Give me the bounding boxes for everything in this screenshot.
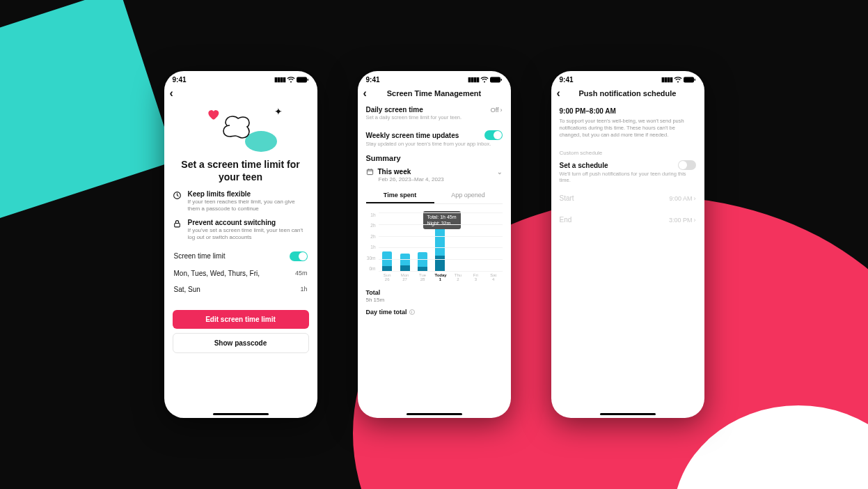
chart-x-label: Mon27 xyxy=(400,273,411,282)
home-indicator[interactable] xyxy=(407,413,462,415)
start-time-row[interactable]: Start 9:00 AM› xyxy=(560,187,696,209)
summary-tabs: Time spent App opened xyxy=(366,188,503,204)
svg-rect-1 xyxy=(307,79,308,81)
tooltip-night: Night: 32m xyxy=(427,220,457,226)
start-label: Start xyxy=(560,194,574,202)
chart-bar[interactable] xyxy=(382,251,392,271)
schedule-days: Mon, Tues, Wed, Thurs, Fri, xyxy=(174,270,260,277)
daily-sub: Set a daily screen time limit for your t… xyxy=(366,114,503,121)
svg-rect-3 xyxy=(174,223,180,226)
set-schedule-label: Set a schedule xyxy=(560,162,608,169)
phone-screen-2: 9:41 ▮▮▮▮ ‹ Screen Time Management Daily… xyxy=(358,71,511,418)
end-value: 3:00 PM xyxy=(669,217,693,224)
status-time: 9:41 xyxy=(560,76,574,84)
chart-x-label: Today1 xyxy=(434,273,445,282)
svg-rect-5 xyxy=(500,79,502,81)
phone-screen-1: 9:41 ▮▮▮▮ ‹ ✦ Set a screen time limit fo… xyxy=(164,71,317,418)
show-passcode-button[interactable]: Show passcode xyxy=(173,333,309,353)
schedule-value: 1h xyxy=(300,286,307,293)
feature-desc: If your teen reaches their limit, you ca… xyxy=(188,199,309,213)
status-bar: 9:41 ▮▮▮▮ xyxy=(551,71,704,85)
svg-rect-8 xyxy=(694,79,695,81)
custom-schedule-label: Custom schedule xyxy=(560,150,696,156)
phone-row: 9:41 ▮▮▮▮ ‹ ✦ Set a screen time limit fo… xyxy=(0,0,868,489)
weekly-sub: Stay updated on your teen's time from yo… xyxy=(366,141,503,147)
illustration: ✦ xyxy=(199,106,283,155)
set-schedule-toggle[interactable] xyxy=(678,160,696,170)
home-indicator[interactable] xyxy=(213,413,269,415)
wifi-icon xyxy=(480,77,489,83)
daily-label: Daily screen time xyxy=(366,106,423,114)
day-time-total-label: Day time total xyxy=(366,309,407,316)
tooltip-total: Total: 1h 45m xyxy=(427,214,457,220)
day-time-total-row: Day time total i xyxy=(366,309,503,316)
svg-rect-0 xyxy=(297,77,307,82)
weekly-updates-row: Weekly screen time updates xyxy=(366,127,503,140)
svg-rect-7 xyxy=(684,77,694,82)
chevron-right-icon: › xyxy=(694,217,696,224)
screen-time-limit-toggle[interactable] xyxy=(290,251,308,261)
home-indicator[interactable] xyxy=(600,413,656,415)
edit-limit-button[interactable]: Edit screen time limit xyxy=(173,310,309,329)
info-icon[interactable]: i xyxy=(409,309,415,315)
battery-icon xyxy=(684,77,696,83)
total-label: Total xyxy=(366,289,503,296)
calendar-icon xyxy=(366,168,374,176)
feature-flexible: Keep limits flexible If your teen reache… xyxy=(173,190,309,213)
summary-heading: Summary xyxy=(366,154,503,162)
page-title: Set a screen time limit for your teen xyxy=(173,159,309,183)
wifi-icon xyxy=(287,77,295,83)
total-value: 5h 15m xyxy=(366,297,503,303)
chart-x-label: Thu2 xyxy=(452,273,464,282)
end-time-row[interactable]: End 3:00 PM› xyxy=(560,209,696,231)
clock-icon xyxy=(173,190,182,213)
tab-app-opened[interactable]: App opened xyxy=(434,188,503,203)
chart-bar[interactable] xyxy=(400,254,410,271)
weekly-updates-toggle[interactable] xyxy=(484,130,503,140)
status-right: ▮▮▮▮ xyxy=(274,76,309,83)
sparkle-icon: ✦ xyxy=(274,106,283,117)
date-range: Feb 26, 2023–Mar 4, 2023 xyxy=(379,176,503,183)
nav-title: Screen Time Management xyxy=(358,89,511,98)
svg-rect-6 xyxy=(367,169,372,174)
feature-desc: If you've set a screen time limit, your … xyxy=(188,227,309,242)
status-bar: 9:41 ▮▮▮▮ xyxy=(358,71,511,85)
status-time: 9:41 xyxy=(173,76,187,84)
status-bar: 9:41 ▮▮▮▮ xyxy=(164,71,317,85)
week-selector[interactable]: This week ⌄ xyxy=(366,168,503,176)
start-value: 9:00 AM xyxy=(669,195,692,202)
chart-x-label: Fri3 xyxy=(470,273,481,282)
feature-switching: Prevent account switching If you've set … xyxy=(173,219,309,242)
schedule-days: Sat, Sun xyxy=(174,286,200,293)
set-schedule-row: Set a schedule xyxy=(560,160,696,170)
set-schedule-sub: We'll turn off push notifications for yo… xyxy=(560,171,696,183)
tab-time-spent[interactable]: Time spent xyxy=(366,188,434,203)
nav-bar: ‹ xyxy=(164,85,317,103)
daily-value: Off xyxy=(491,107,499,114)
nav-bar: ‹ Screen Time Management xyxy=(358,85,511,103)
week-label: This week xyxy=(378,168,411,176)
weekday-schedule-row[interactable]: Mon, Tues, Wed, Thurs, Fri, 45m xyxy=(173,265,309,281)
chart-x-label: Sat4 xyxy=(488,273,499,282)
weekly-label: Weekly screen time updates xyxy=(366,132,459,139)
screen-time-limit-row: Screen time limit xyxy=(173,247,309,265)
feature-title: Keep limits flexible xyxy=(188,190,309,198)
phone-screen-3: 9:41 ▮▮▮▮ ‹ Push notification schedule 9… xyxy=(551,71,704,418)
total-block: Total 5h 15m xyxy=(366,289,503,303)
chevron-down-icon: ⌄ xyxy=(497,169,503,176)
nav-bar: ‹ Push notification schedule xyxy=(551,85,704,103)
time-spent-chart: 1h2h2h1h30m0m Sun26Mon27Tue28Today1Thu2F… xyxy=(366,212,503,282)
chart-x-label: Sun26 xyxy=(381,273,393,282)
time-range-desc: To support your teen's well-being, we wo… xyxy=(560,118,696,139)
daily-screen-time-row[interactable]: Daily screen time Off› xyxy=(366,103,503,114)
lock-icon xyxy=(173,219,182,242)
screen-time-limit-label: Screen time limit xyxy=(174,252,226,260)
weekend-schedule-row[interactable]: Sat, Sun 1h xyxy=(173,281,309,297)
back-button[interactable]: ‹ xyxy=(170,87,173,100)
time-range-title: 9:00 PM–8:00 AM xyxy=(560,107,696,115)
chart-bar[interactable] xyxy=(418,252,427,271)
feature-title: Prevent account switching xyxy=(188,219,309,226)
svg-rect-4 xyxy=(490,77,500,82)
chart-tooltip: Total: 1h 45m Night: 32m xyxy=(423,211,461,229)
chevron-right-icon: › xyxy=(500,107,503,114)
